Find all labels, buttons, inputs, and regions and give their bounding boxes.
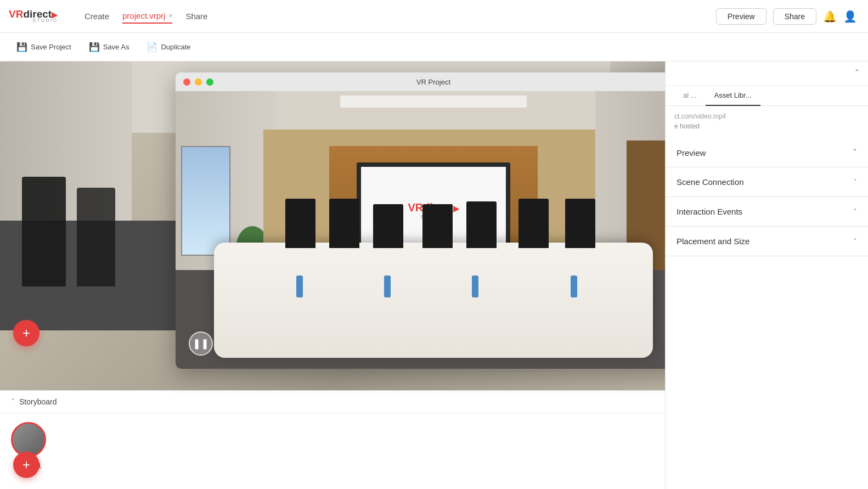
preview-button[interactable]: Preview	[716, 8, 766, 25]
collapse-icon: ˄	[855, 68, 859, 78]
scene-connection-expand-icon: ˅	[853, 178, 857, 187]
top-navigation: VRdirect▶ STUDIO Create project.vrprj × …	[0, 0, 868, 33]
storyboard-content: Scene 1	[0, 413, 665, 479]
chair-back-6	[518, 199, 549, 248]
asset-tab-general[interactable]: al ...	[674, 86, 706, 106]
placement-size-section[interactable]: Placement and Size ˅	[666, 227, 868, 256]
asset-tab-library[interactable]: Asset Libr...	[706, 86, 760, 106]
window-minimize-button[interactable]	[195, 78, 202, 86]
preview-section-title: Preview	[677, 148, 706, 158]
chair-back-1	[285, 199, 315, 248]
user-icon[interactable]: 👤	[843, 10, 857, 23]
scene-connection-title: Scene Connection	[677, 177, 744, 187]
toolbar: 💾 Save Project 💾 Save As 📄 Duplicate	[0, 33, 868, 61]
nav-project-tab[interactable]: project.vrprj ×	[122, 9, 172, 24]
save-project-icon: 💾	[16, 42, 27, 52]
nav-project-label: project.vrprj	[122, 11, 165, 20]
add-main-icon: +	[22, 327, 30, 340]
bottle-4	[571, 276, 577, 297]
logo-vr: VR	[9, 8, 23, 20]
scene-window	[181, 146, 230, 256]
nav-share[interactable]: Share	[185, 9, 207, 23]
preview-section: Preview ˄	[666, 139, 868, 167]
canvas-area: VR Project	[0, 61, 665, 489]
placement-size-title: Placement and Size	[677, 237, 749, 246]
share-button[interactable]: Share	[773, 8, 816, 25]
save-as-button[interactable]: 💾 Save As	[81, 38, 137, 55]
nav-tab-close-icon[interactable]: ×	[168, 12, 172, 20]
add-main-fab-button[interactable]: +	[13, 320, 40, 346]
save-project-label: Save Project	[31, 43, 71, 51]
preview-window: VR Project	[176, 72, 665, 369]
save-project-button[interactable]: 💾 Save Project	[9, 38, 79, 55]
url-area: ct.com/video.mp4 e hosted	[666, 106, 868, 139]
pause-icon: ❚❚	[193, 338, 209, 350]
right-panel-collapse[interactable]: ˄	[666, 61, 868, 86]
bottle-1	[296, 276, 303, 297]
preview-chevron-icon: ˄	[853, 148, 857, 158]
interaction-events-title: Interaction Events	[677, 207, 742, 216]
screen-arrow: ▶	[453, 204, 459, 213]
logo: VRdirect▶ STUDIO	[0, 9, 71, 24]
window-close-button[interactable]	[183, 78, 190, 86]
duplicate-button[interactable]: 📄 Duplicate	[139, 38, 198, 55]
duplicate-label: Duplicate	[161, 43, 190, 51]
chair-back-2	[329, 199, 359, 248]
chair-back-5	[466, 201, 497, 248]
nav-items: Create project.vrprj × Share	[71, 9, 716, 24]
nav-create[interactable]: Create	[84, 9, 109, 23]
save-as-label: Save As	[103, 43, 129, 51]
interaction-events-section[interactable]: Interaction Events ˅	[666, 197, 868, 227]
add-storyboard-fab-button[interactable]: +	[13, 452, 40, 478]
preview-section-header[interactable]: Preview ˄	[666, 139, 868, 167]
asset-tabs: al ... Asset Libr...	[666, 86, 868, 106]
preview-content: VRdirect▶ STUDIO	[176, 91, 665, 369]
ceiling-light	[340, 95, 527, 108]
asset-url: ct.com/video.mp4	[674, 113, 859, 120]
right-panel: ˄ al ... Asset Libr... ct.com/video.mp4 …	[665, 61, 868, 489]
main-area: VR Project	[0, 61, 868, 489]
storyboard-chevron-icon: ˅	[11, 397, 15, 406]
hosted-badge: e hosted	[674, 120, 859, 132]
preview-titlebar: VR Project	[176, 72, 665, 91]
bell-icon[interactable]: 🔔	[823, 10, 837, 23]
window-maximize-button[interactable]	[206, 78, 213, 86]
chair-back-4	[422, 204, 453, 248]
interaction-events-expand-icon: ˅	[853, 207, 857, 216]
scene-table	[214, 243, 653, 358]
storyboard-panel: ˅ Storyboard Scene 1 +	[0, 390, 665, 489]
scene-connection-section[interactable]: Scene Connection ˅	[666, 167, 868, 197]
bottle-2	[384, 276, 391, 297]
chair-back-3	[373, 204, 403, 248]
nav-right: Preview Share 🔔 👤	[716, 8, 868, 25]
pause-button[interactable]: ❚❚	[189, 331, 213, 356]
storyboard-label: Storyboard	[19, 397, 57, 406]
preview-window-title: VR Project	[416, 78, 450, 86]
duplicate-icon: 📄	[146, 42, 157, 52]
bottle-3	[472, 276, 478, 297]
chair-back-7	[565, 199, 595, 248]
placement-size-expand-icon: ˅	[853, 237, 857, 246]
save-as-icon: 💾	[89, 42, 100, 52]
storyboard-header[interactable]: ˅ Storyboard	[0, 391, 665, 413]
add-storyboard-icon: +	[22, 458, 30, 471]
